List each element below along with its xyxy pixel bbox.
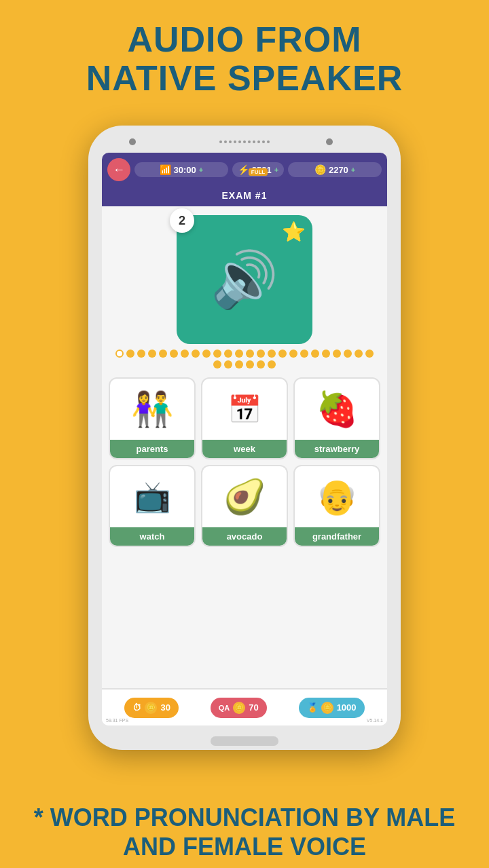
timer-action-btn[interactable]: ⏱ 🪙 30 — [124, 698, 178, 718]
coins-plus: + — [351, 166, 355, 174]
bottom-bar: 59.31 FPS V5.14.1 ⏱ 🪙 30 QA 🪙 70 🏅 🪙 100… — [102, 688, 387, 725]
fps-label: 59.31 FPS — [106, 718, 128, 723]
avocado-label: avocado — [202, 527, 287, 546]
wifi-icon: 📶 — [160, 164, 171, 175]
answer-grid: 👫 parents 📅 week 🍓 strawberry 📺 watch 🥑 — [109, 377, 380, 547]
header-line1: AUDIO FROM — [0, 20, 489, 59]
week-label: week — [202, 440, 287, 458]
version-label: V5.14.1 — [367, 718, 383, 723]
footer-text: * WORD PRONUNCIATION BY MALE AND FEMALE … — [0, 803, 489, 861]
speaker-grill — [219, 140, 270, 143]
qa-btn-value: 70 — [249, 702, 258, 713]
answer-card-avocado[interactable]: 🥑 avocado — [201, 465, 288, 547]
lightning-icon: ⚡ — [238, 164, 249, 175]
speaker-icon: 🔊 — [211, 248, 278, 312]
progress-dot-active — [115, 350, 124, 358]
award-action-btn[interactable]: 🏅 🪙 1000 — [299, 698, 365, 718]
answer-card-week[interactable]: 📅 week — [201, 377, 288, 459]
watch-label: watch — [110, 527, 194, 546]
home-button[interactable] — [211, 736, 278, 746]
strawberry-label: strawberry — [295, 440, 379, 458]
award-btn-icon: 🏅 — [307, 702, 318, 713]
week-image: 📅 — [202, 379, 287, 440]
exam-label: EXAM #1 — [102, 187, 387, 206]
avocado-image: 🥑 — [202, 466, 287, 527]
timer-value: 30:00 — [174, 165, 196, 175]
qa-btn-icon: QA — [219, 704, 230, 712]
watch-image: 📺 — [110, 466, 194, 527]
progress-dots — [109, 350, 380, 369]
camera-right — [326, 138, 333, 145]
coin-icon: 🪙 — [314, 164, 326, 175]
audio-number: 2 — [170, 208, 194, 233]
answer-card-parents[interactable]: 👫 parents — [109, 377, 196, 459]
timer-btn-coin: 🪙 — [145, 702, 157, 714]
strawberry-image: 🍓 — [295, 379, 379, 440]
status-bar: ← 📶 30:00 + ⚡ 3581 + FULL 🪙 2270 + — [102, 153, 387, 187]
star-icon: ⭐ — [282, 221, 306, 243]
back-button[interactable]: ← — [107, 158, 130, 181]
parents-image: 👫 — [110, 379, 194, 440]
coins-value: 2270 — [329, 165, 348, 175]
qa-btn-coin: 🪙 — [233, 702, 245, 714]
timer-stat: 📶 30:00 + — [134, 162, 228, 177]
audio-card[interactable]: 2 ⭐ 🔊 — [177, 215, 312, 344]
grandfather-label: grandfather — [295, 527, 379, 546]
xp-stat-wrapper: ⚡ 3581 + FULL — [232, 162, 284, 177]
header-title: AUDIO FROM NATIVE SPEAKER — [0, 20, 489, 98]
award-btn-coin: 🪙 — [321, 702, 333, 714]
xp-plus: + — [274, 166, 278, 174]
answer-card-watch[interactable]: 📺 watch — [109, 465, 196, 547]
timer-plus: + — [199, 166, 203, 174]
camera-left — [129, 138, 136, 145]
timer-btn-icon: ⏱ — [132, 702, 141, 713]
timer-btn-value: 30 — [160, 702, 170, 713]
grandfather-image: 👴 — [295, 466, 379, 527]
phone-frame: ← 📶 30:00 + ⚡ 3581 + FULL 🪙 2270 + — [88, 126, 401, 750]
award-btn-value: 1000 — [337, 702, 357, 713]
answer-card-grandfather[interactable]: 👴 grandfather — [293, 465, 380, 547]
answer-card-strawberry[interactable]: 🍓 strawberry — [293, 377, 380, 459]
parents-label: parents — [110, 440, 194, 458]
full-badge: FULL — [249, 168, 268, 176]
coins-stat: 🪙 2270 + — [288, 162, 382, 177]
game-area: 🔇 ☀ Aa 🖼 2 ⭐ 🔊 — [102, 206, 387, 688]
header-line2: NATIVE SPEAKER — [0, 59, 489, 98]
qa-action-btn[interactable]: QA 🪙 70 — [211, 698, 267, 718]
screen: ← 📶 30:00 + ⚡ 3581 + FULL 🪙 2270 + — [102, 153, 387, 725]
phone-top — [88, 126, 401, 153]
